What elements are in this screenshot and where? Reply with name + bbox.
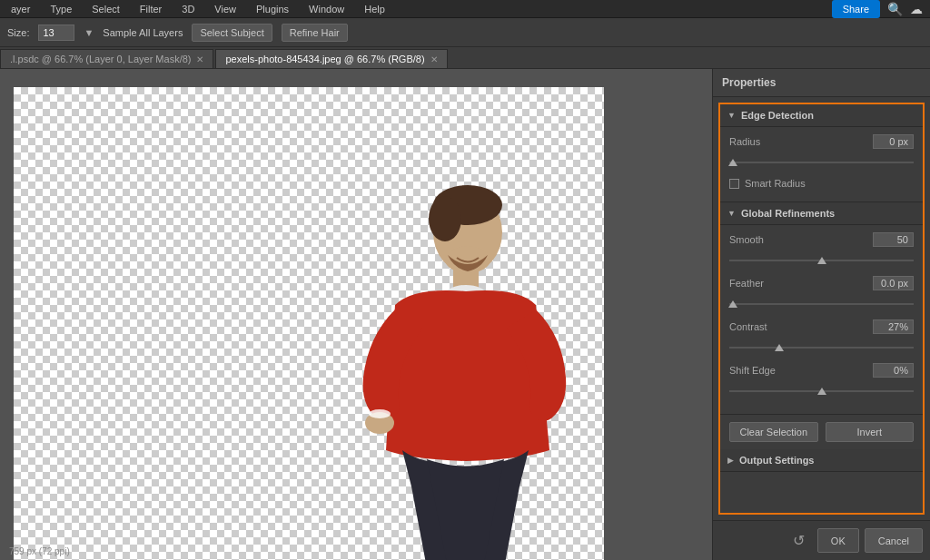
contrast-value[interactable]: 27% <box>873 319 914 334</box>
cancel-button[interactable]: Cancel <box>865 528 923 553</box>
global-refinements-title: Global Refinements <box>741 208 835 219</box>
tab-1-label: .l.psdc @ 66.7% (Layer 0, Layer Mask/8) <box>10 54 191 64</box>
radius-value[interactable]: 0 px <box>873 134 914 149</box>
menu-select[interactable]: Select <box>88 2 124 16</box>
smart-radius-checkbox[interactable] <box>729 179 739 189</box>
edge-detection-header[interactable]: ▼ Edge Detection <box>720 104 923 127</box>
feather-label: Feather <box>729 278 764 289</box>
feather-track <box>729 303 914 305</box>
refine-hair-button[interactable]: Refine Hair <box>282 24 348 42</box>
clear-selection-button[interactable]: Clear Selection <box>729 422 818 442</box>
svg-point-7 <box>369 409 391 418</box>
menu-plugins[interactable]: Plugins <box>252 2 292 16</box>
global-refinements-chevron: ▼ <box>727 209 736 218</box>
menu-window[interactable]: Window <box>305 2 348 16</box>
feather-value[interactable]: 0.0 px <box>873 276 914 290</box>
share-button[interactable]: Share <box>832 0 880 18</box>
edge-detection-chevron: ▼ <box>727 111 736 120</box>
svg-point-2 <box>429 196 461 241</box>
contrast-track <box>729 347 914 349</box>
contrast-thumb <box>775 344 784 351</box>
options-bar: Size: ▼ Sample All Layers Select Subject… <box>0 18 930 47</box>
radius-thumb <box>728 159 737 166</box>
size-dropdown-icon[interactable]: ▼ <box>84 27 94 38</box>
shift-edge-value[interactable]: 0% <box>873 363 914 378</box>
menu-type[interactable]: Type <box>46 2 75 16</box>
tab-2-close[interactable]: ✕ <box>430 54 438 64</box>
contrast-row: Contrast 27% <box>729 319 914 334</box>
shift-edge-slider[interactable] <box>729 385 914 398</box>
smooth-label: Smooth <box>729 234 764 245</box>
shift-edge-label: Shift Edge <box>729 365 776 376</box>
menu-layer[interactable]: ayer <box>7 2 34 16</box>
undo-icon[interactable]: ↺ <box>786 528 812 553</box>
smooth-row: Smooth 50 <box>729 232 914 247</box>
feather-slider[interactable] <box>729 298 914 310</box>
radius-row: Radius 0 px <box>729 134 914 149</box>
search-icon[interactable]: 🔍 <box>887 2 903 16</box>
tab-bar: .l.psdc @ 66.7% (Layer 0, Layer Mask/8) … <box>0 47 930 69</box>
canvas-content <box>14 87 604 560</box>
menu-bar: ayer Type Select Filter 3D View Plugins … <box>0 0 930 18</box>
contrast-label: Contrast <box>729 321 767 332</box>
cloud-icon[interactable]: ☁ <box>910 2 923 16</box>
output-settings-chevron: ▶ <box>727 456 734 465</box>
invert-button[interactable]: Invert <box>826 422 915 442</box>
shift-edge-thumb <box>817 388 826 395</box>
tab-1[interactable]: .l.psdc @ 66.7% (Layer 0, Layer Mask/8) … <box>0 49 213 68</box>
menu-filter[interactable]: Filter <box>136 2 165 16</box>
tab-1-close[interactable]: ✕ <box>196 54 203 64</box>
smooth-thumb <box>817 257 826 264</box>
size-input[interactable] <box>38 25 74 41</box>
select-subject-button[interactable]: Select Subject <box>192 24 272 42</box>
canvas-area: 759 px (72 ppi) <box>0 69 712 560</box>
radius-label: Radius <box>729 136 760 147</box>
smooth-slider[interactable] <box>729 254 914 267</box>
feather-thumb <box>728 300 737 308</box>
output-settings-title: Output Settings <box>739 455 815 466</box>
menu-view[interactable]: View <box>211 2 240 16</box>
contrast-slider[interactable] <box>729 341 914 354</box>
sample-all-layers-label: Sample All Layers <box>103 27 183 38</box>
edge-detection-body: Radius 0 px Smart Radius <box>720 127 923 202</box>
action-buttons-row: Clear Selection Invert <box>720 415 923 449</box>
menu-3d[interactable]: 3D <box>178 2 198 16</box>
feather-row: Feather 0.0 px <box>729 276 914 290</box>
smart-radius-row: Smart Radius <box>729 178 914 189</box>
size-label: Size: <box>7 27 29 38</box>
tab-2[interactable]: pexels-photo-845434.jpeg @ 66.7% (RGB/8)… <box>215 49 447 68</box>
shift-edge-row: Shift Edge 0% <box>729 363 914 378</box>
checkerboard-background <box>14 87 604 560</box>
menu-help[interactable]: Help <box>361 2 389 16</box>
ok-button[interactable]: OK <box>817 528 859 553</box>
global-refinements-header[interactable]: ▼ Global Refinements <box>720 202 923 225</box>
smooth-value[interactable]: 50 <box>873 232 914 247</box>
properties-header: Properties <box>713 69 930 97</box>
properties-panel: ▼ Edge Detection Radius 0 px Smart Radiu… <box>718 103 925 515</box>
edge-detection-title: Edge Detection <box>741 110 814 121</box>
global-refinements-body: Smooth 50 Feather 0.0 px <box>720 225 923 415</box>
output-settings-header[interactable]: ▶ Output Settings <box>720 449 923 472</box>
panel-bottom: ↺ OK Cancel <box>713 520 930 560</box>
smart-radius-label: Smart Radius <box>745 178 806 189</box>
tab-2-label: pexels-photo-845434.jpeg @ 66.7% (RGB/8) <box>225 54 424 64</box>
radius-track <box>729 162 914 163</box>
main-area: 759 px (72 ppi) Properties ▼ Edge Detect… <box>0 69 930 560</box>
radius-slider[interactable] <box>729 156 914 169</box>
person-silhouette <box>341 178 577 560</box>
right-panel: Properties ▼ Edge Detection Radius 0 px <box>712 69 930 560</box>
canvas-footer: 759 px (72 ppi) <box>9 546 70 556</box>
